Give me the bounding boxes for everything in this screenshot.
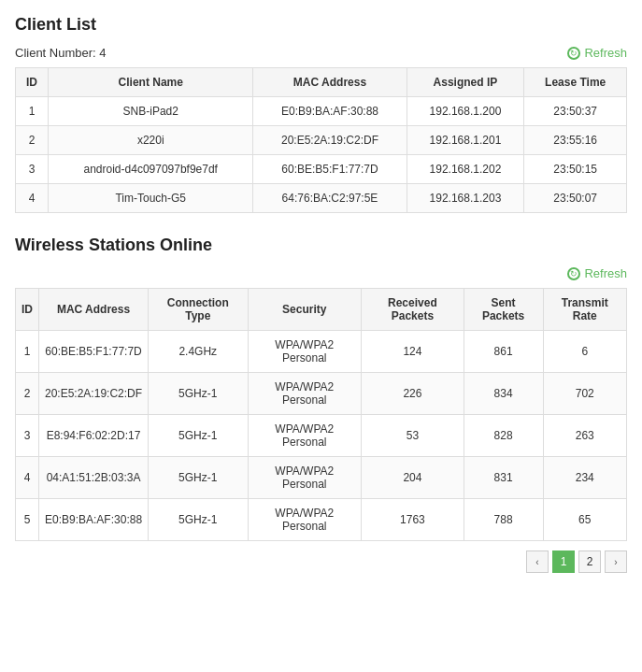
refresh-icon-2: ↻	[567, 267, 580, 280]
ws-cell-rate: 6	[543, 331, 627, 373]
cell-mac: E0:B9:BA:AF:30:88	[253, 97, 407, 126]
ws-cell-sent: 828	[464, 415, 543, 457]
cell-ip: 192.168.1.201	[407, 126, 524, 155]
cell-ip: 192.168.1.202	[407, 155, 524, 184]
ws-cell-sec: WPA/WPA2 Personal	[248, 457, 362, 499]
client-list-refresh-label: Refresh	[584, 46, 627, 60]
cell-ip: 192.168.1.203	[407, 184, 524, 213]
table-row: 1 60:BE:B5:F1:77:7D 2.4GHz WPA/WPA2 Pers…	[16, 331, 627, 373]
cell-id: 2	[16, 126, 49, 155]
ws-cell-sent: 831	[464, 457, 543, 499]
cell-lease: 23:55:16	[524, 126, 627, 155]
ws-cell-id: 2	[16, 373, 39, 415]
ws-cell-conn: 2.4GHz	[149, 331, 248, 373]
col-client-name: Client Name	[49, 68, 253, 97]
ws-cell-sec: WPA/WPA2 Personal	[248, 331, 362, 373]
ws-cell-id: 5	[16, 499, 39, 541]
col-assigned-ip: Assigned IP	[407, 68, 524, 97]
wireless-stations-header: ↻ Refresh	[15, 266, 627, 280]
ws-cell-sec: WPA/WPA2 Personal	[248, 415, 362, 457]
ws-cell-mac: 60:BE:B5:F1:77:7D	[39, 331, 149, 373]
cell-id: 1	[16, 97, 49, 126]
cell-id: 4	[16, 184, 49, 213]
table-row: 1 SNB-iPad2 E0:B9:BA:AF:30:88 192.168.1.…	[16, 97, 627, 126]
refresh-icon: ↻	[567, 47, 580, 60]
cell-mac: 60:BE:B5:F1:77:7D	[253, 155, 407, 184]
cell-name: android-d4c097097bf9e7df	[49, 155, 253, 184]
page-2-button[interactable]: 2	[578, 550, 601, 573]
client-list-table: ID Client Name MAC Address Assigned IP L…	[15, 67, 627, 213]
ws-cell-recv: 226	[362, 373, 464, 415]
ws-cell-id: 3	[16, 415, 39, 457]
client-list-refresh-button[interactable]: ↻ Refresh	[567, 46, 627, 60]
cell-mac: 64:76:BA:C2:97:5E	[253, 184, 407, 213]
pagination: ‹ 1 2 ›	[15, 550, 627, 573]
ws-cell-rate: 65	[543, 499, 627, 541]
next-page-button[interactable]: ›	[605, 550, 627, 573]
ws-col-id: ID	[16, 289, 39, 331]
ws-cell-id: 4	[16, 457, 39, 499]
ws-cell-conn: 5GHz-1	[149, 457, 248, 499]
table-row: 2 20:E5:2A:19:C2:DF 5GHz-1 WPA/WPA2 Pers…	[16, 373, 627, 415]
col-mac-address: MAC Address	[253, 68, 407, 97]
table-row: 3 E8:94:F6:02:2D:17 5GHz-1 WPA/WPA2 Pers…	[16, 415, 627, 457]
cell-mac: 20:E5:2A:19:C2:DF	[253, 126, 407, 155]
table-row: 2 x220i 20:E5:2A:19:C2:DF 192.168.1.201 …	[16, 126, 627, 155]
ws-cell-sent: 834	[464, 373, 543, 415]
ws-cell-rate: 263	[543, 415, 627, 457]
ws-cell-conn: 5GHz-1	[149, 373, 248, 415]
wireless-stations-title: Wireless Stations Online	[15, 236, 627, 255]
client-number: Client Number: 4	[15, 46, 107, 60]
ws-cell-mac: E8:94:F6:02:2D:17	[39, 415, 149, 457]
table-row: 3 android-d4c097097bf9e7df 60:BE:B5:F1:7…	[16, 155, 627, 184]
ws-cell-sent: 861	[464, 331, 543, 373]
cell-id: 3	[16, 155, 49, 184]
cell-name: SNB-iPad2	[49, 97, 253, 126]
ws-cell-sec: WPA/WPA2 Personal	[248, 499, 362, 541]
prev-page-button[interactable]: ‹	[526, 550, 549, 573]
wireless-refresh-button[interactable]: ↻ Refresh	[567, 266, 627, 280]
cell-name: Tim-Touch-G5	[49, 184, 253, 213]
ws-col-sec: Security	[248, 289, 362, 331]
col-lease-time: Lease Time	[524, 68, 627, 97]
table-row: 5 E0:B9:BA:AF:30:88 5GHz-1 WPA/WPA2 Pers…	[16, 499, 627, 541]
page-1-button[interactable]: 1	[552, 550, 575, 573]
cell-lease: 23:50:07	[524, 184, 627, 213]
ws-cell-recv: 204	[362, 457, 464, 499]
client-list-header: Client Number: 4 ↻ Refresh	[15, 46, 627, 60]
ws-cell-conn: 5GHz-1	[149, 415, 248, 457]
ws-col-sent: Sent Packets	[464, 289, 543, 331]
ws-cell-id: 1	[16, 331, 39, 373]
cell-ip: 192.168.1.200	[407, 97, 524, 126]
ws-col-mac: MAC Address	[39, 289, 149, 331]
ws-cell-rate: 234	[543, 457, 627, 499]
ws-cell-rate: 702	[543, 373, 627, 415]
client-list-section: Client List Client Number: 4 ↻ Refresh I…	[15, 15, 627, 213]
cell-lease: 23:50:15	[524, 155, 627, 184]
ws-cell-recv: 1763	[362, 499, 464, 541]
wireless-stations-table: ID MAC Address Connection Type Security …	[15, 288, 627, 541]
col-id: ID	[16, 68, 49, 97]
wireless-stations-section: Wireless Stations Online ↻ Refresh ID MA…	[15, 236, 627, 573]
ws-cell-recv: 53	[362, 415, 464, 457]
wireless-refresh-label: Refresh	[584, 266, 627, 280]
ws-cell-sent: 788	[464, 499, 543, 541]
ws-cell-conn: 5GHz-1	[149, 499, 248, 541]
ws-col-conn: Connection Type	[149, 289, 248, 331]
client-list-title: Client List	[15, 15, 627, 35]
ws-cell-mac: 04:A1:51:2B:03:3A	[39, 457, 149, 499]
ws-col-recv: Received Packets	[362, 289, 464, 331]
ws-cell-mac: E0:B9:BA:AF:30:88	[39, 499, 149, 541]
cell-lease: 23:50:37	[524, 97, 627, 126]
ws-cell-recv: 124	[362, 331, 464, 373]
cell-name: x220i	[49, 126, 253, 155]
table-row: 4 Tim-Touch-G5 64:76:BA:C2:97:5E 192.168…	[16, 184, 627, 213]
ws-cell-sec: WPA/WPA2 Personal	[248, 373, 362, 415]
table-row: 4 04:A1:51:2B:03:3A 5GHz-1 WPA/WPA2 Pers…	[16, 457, 627, 499]
ws-col-rate: Transmit Rate	[543, 289, 627, 331]
ws-cell-mac: 20:E5:2A:19:C2:DF	[39, 373, 149, 415]
